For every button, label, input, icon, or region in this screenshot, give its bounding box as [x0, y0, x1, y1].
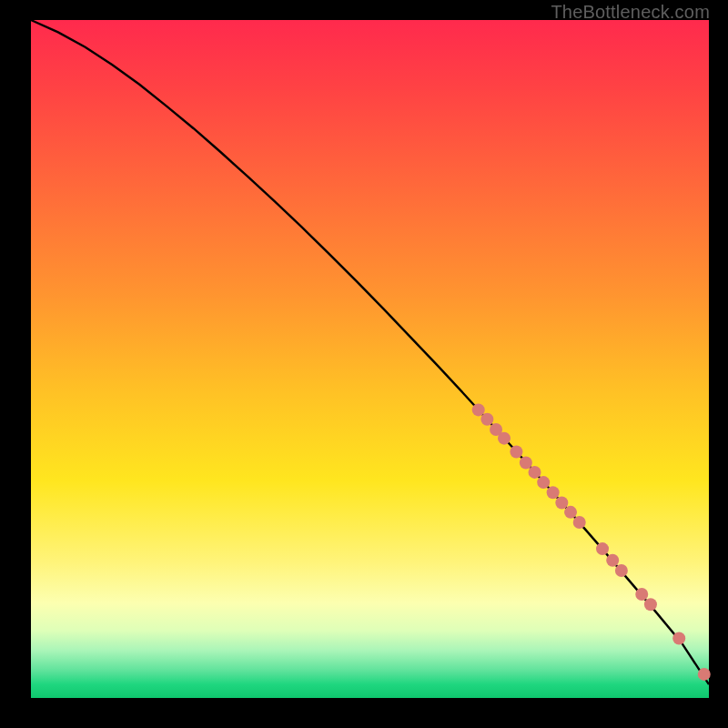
data-point [606, 554, 619, 567]
data-point [596, 542, 609, 555]
chart-stage: TheBottleneck.com [0, 0, 728, 728]
data-point [480, 413, 493, 426]
data-point [520, 456, 532, 469]
data-point [555, 496, 568, 509]
data-point [472, 403, 485, 416]
data-point [698, 668, 711, 681]
data-point [672, 632, 685, 644]
data-point [529, 466, 541, 479]
data-point [510, 446, 522, 459]
data-point [615, 564, 628, 577]
data-point [547, 486, 560, 499]
data-point [564, 506, 577, 519]
chart-svg [31, 20, 709, 698]
curve-line [31, 20, 709, 684]
data-point [635, 588, 648, 601]
data-point [537, 476, 550, 489]
plot-area [31, 20, 709, 698]
data-point [644, 598, 657, 611]
data-point [573, 516, 586, 529]
data-point [498, 432, 511, 445]
data-points [472, 403, 711, 681]
